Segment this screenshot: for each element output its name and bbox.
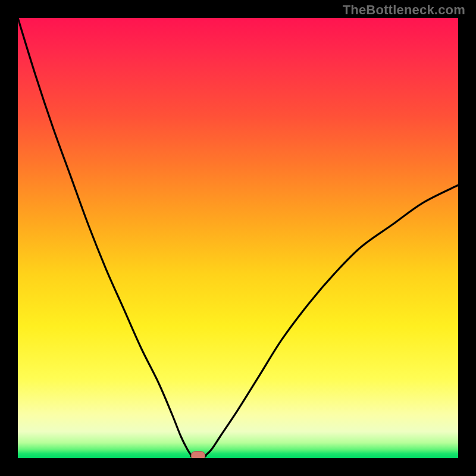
plot-area <box>18 18 458 458</box>
optimum-marker <box>191 451 205 458</box>
curve-path <box>18 18 458 456</box>
chart-frame: TheBottleneck.com <box>0 0 476 476</box>
bottleneck-curve <box>18 18 458 458</box>
watermark-text: TheBottleneck.com <box>343 2 465 18</box>
